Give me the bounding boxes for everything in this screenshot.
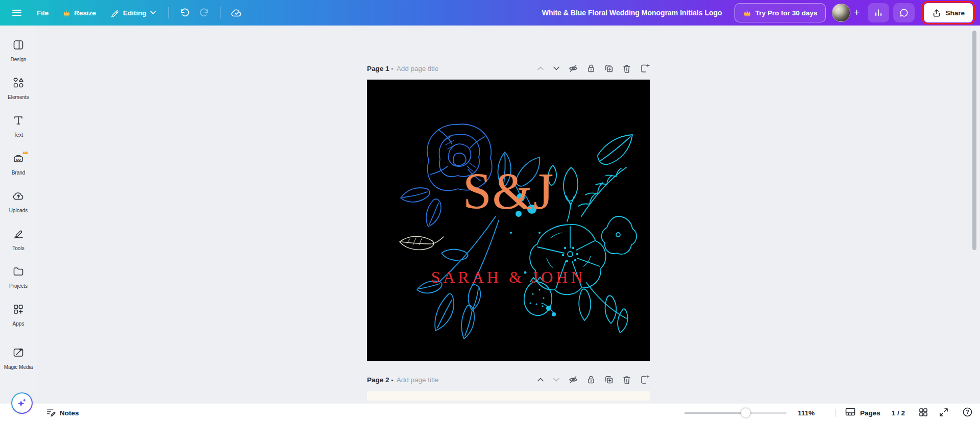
fullscreen-icon: [939, 407, 949, 419]
menu-icon: [11, 7, 22, 18]
ai-assistant-button[interactable]: [11, 392, 33, 414]
zoom-slider-thumb[interactable]: [741, 408, 750, 417]
help-button[interactable]: ?: [962, 407, 973, 419]
main-menu-button[interactable]: [5, 3, 29, 22]
share-button[interactable]: Share: [924, 3, 973, 22]
move-page-down-icon: [552, 376, 560, 384]
invite-plus-button[interactable]: +: [850, 6, 864, 19]
pages-panel-icon: [845, 407, 856, 419]
page-2-label: Page 2 -: [367, 376, 394, 384]
sidebar-item-label: Apps: [13, 321, 24, 327]
editing-mode-label: Editing: [123, 9, 146, 17]
add-page-icon[interactable]: [640, 375, 650, 385]
page-2-header: Page 2 - Add page title: [367, 373, 650, 386]
sidebar-item-elements[interactable]: Elements: [0, 77, 37, 100]
magic-media-icon: [12, 346, 24, 361]
resize-button[interactable]: Resize: [57, 3, 102, 22]
avatar[interactable]: [832, 4, 850, 22]
share-button-label: Share: [945, 9, 965, 17]
zoom-slider-fill: [684, 412, 746, 414]
sidebar-item-label: Uploads: [9, 208, 28, 213]
undo-icon: [179, 8, 189, 18]
sidebar-item-label: Magic Media: [4, 364, 33, 370]
notes-icon: [46, 407, 56, 418]
add-page-icon[interactable]: [640, 63, 650, 73]
sidebar-item-text[interactable]: Text: [0, 114, 37, 138]
uploads-icon: [12, 190, 24, 204]
notes-button[interactable]: Notes: [46, 407, 79, 418]
topbar-divider: [220, 7, 220, 18]
page-1-actions: [536, 63, 650, 73]
grid-view-button[interactable]: [918, 407, 928, 419]
delete-page-icon[interactable]: [622, 63, 632, 73]
statusbar-right-group: 111% Pages 1 / 2 ?: [684, 407, 973, 419]
statusbar: Notes 111% Pages 1 / 2 ?: [0, 403, 980, 422]
save-status-button[interactable]: [227, 3, 246, 22]
duplicate-page-icon[interactable]: [604, 63, 614, 73]
projects-icon: [12, 265, 24, 280]
try-pro-label: Try Pro for 30 days: [755, 9, 818, 17]
file-button[interactable]: File: [31, 3, 55, 22]
insights-button[interactable]: [868, 3, 889, 22]
cloud-check-icon: [231, 7, 242, 18]
sidebar-item-label: Elements: [8, 94, 29, 100]
sidebar-item-apps[interactable]: Apps: [0, 303, 37, 327]
page-1-title-input[interactable]: Add page title: [397, 65, 439, 72]
move-page-down-icon[interactable]: [552, 64, 560, 72]
share-highlight-annotation: Share: [922, 1, 975, 24]
comments-button[interactable]: [893, 3, 915, 22]
sidebar-divider: [6, 337, 31, 337]
page-1-canvas[interactable]: S&J SARAH & JOHN: [367, 80, 650, 361]
sidebar-item-design[interactable]: Design: [0, 39, 37, 62]
pro-crown-badge: [22, 148, 29, 157]
page-2-title-input[interactable]: Add page title: [397, 376, 439, 384]
file-button-label: File: [37, 9, 48, 17]
help-icon: ?: [962, 407, 973, 419]
sidebar-rail: Design Elements Text co Brand Uploads To…: [0, 26, 37, 403]
topbar: File Resize Editing: [0, 0, 980, 26]
hide-page-icon[interactable]: [568, 63, 578, 73]
lock-page-icon[interactable]: [586, 63, 596, 73]
fullscreen-button[interactable]: [939, 407, 949, 419]
delete-page-icon[interactable]: [622, 375, 632, 385]
share-upload-icon: [932, 8, 941, 17]
try-pro-button[interactable]: Try Pro for 30 days: [734, 3, 826, 22]
sidebar-item-magic-media[interactable]: Magic Media: [0, 346, 37, 370]
editing-mode-button[interactable]: Editing: [104, 3, 162, 22]
zoom-slider[interactable]: [684, 408, 787, 417]
pages-panel-button[interactable]: Pages: [845, 407, 880, 419]
sidebar-item-tools[interactable]: Tools: [0, 228, 37, 251]
sidebar-item-brand[interactable]: co Brand: [0, 152, 37, 176]
undo-button[interactable]: [175, 3, 193, 22]
zoom-percent[interactable]: 111%: [798, 409, 815, 417]
chevron-down-icon: [150, 11, 156, 15]
tools-icon: [12, 228, 24, 242]
elements-icon: [12, 77, 24, 91]
document-title[interactable]: White & Blue Floral Wedding Monogram Ini…: [542, 9, 722, 17]
pencil-icon: [110, 8, 119, 17]
vertical-scrollbar[interactable]: [972, 31, 976, 250]
couple-names-text[interactable]: SARAH & JOHN: [367, 268, 650, 287]
page-2-canvas[interactable]: [367, 391, 650, 401]
sidebar-item-projects[interactable]: Projects: [0, 265, 37, 289]
design-icon: [12, 39, 24, 53]
svg-text:co: co: [16, 157, 20, 162]
sidebar-item-label: Design: [10, 57, 26, 62]
resize-button-label: Resize: [74, 9, 96, 17]
move-page-up-icon[interactable]: [536, 376, 545, 384]
monogram-text[interactable]: S&J: [367, 165, 650, 217]
page-2-actions: [536, 375, 650, 385]
redo-icon: [200, 8, 210, 18]
sidebar-item-uploads[interactable]: Uploads: [0, 190, 37, 213]
duplicate-page-icon[interactable]: [604, 375, 614, 385]
hide-page-icon[interactable]: [568, 375, 578, 385]
text-icon: [12, 114, 24, 129]
grid-view-icon: [918, 407, 928, 419]
page-1-label: Page 1 -: [367, 65, 394, 72]
redo-button[interactable]: [195, 3, 214, 22]
sidebar-item-label: Brand: [12, 170, 26, 176]
floral-artwork: [367, 80, 650, 361]
page-1-header: Page 1 - Add page title: [367, 62, 650, 75]
page-indicator: 1 / 2: [892, 409, 905, 417]
lock-page-icon[interactable]: [586, 375, 596, 385]
